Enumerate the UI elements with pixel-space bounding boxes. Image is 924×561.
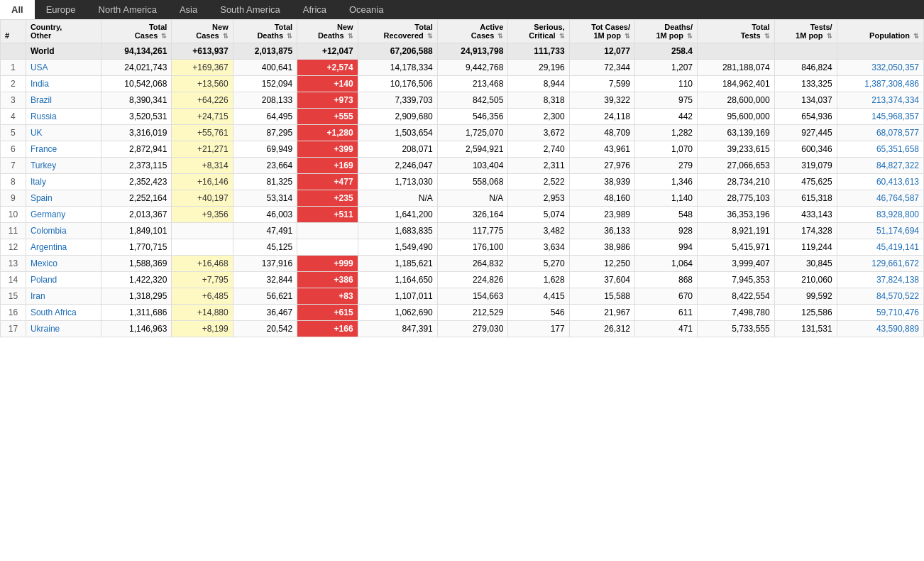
cell-7-9: 38,939 — [569, 174, 634, 190]
sort-icon: ⇅ — [913, 33, 919, 40]
cell-16-1: Ukraine — [26, 321, 101, 337]
country-link[interactable]: Turkey — [31, 160, 56, 170]
country-link[interactable]: Iran — [31, 291, 45, 301]
col-header-10[interactable]: Deaths/1M pop ⇅ — [635, 20, 698, 43]
tab-africa[interactable]: Africa — [292, 0, 338, 19]
cell-11-0: 12 — [1, 239, 26, 256]
cell-10-0: 11 — [1, 223, 26, 239]
cell-4-1: UK — [26, 125, 101, 141]
cell-4-3: +55,761 — [172, 125, 233, 141]
country-link[interactable]: Mexico — [31, 258, 57, 268]
cell-10-5 — [297, 223, 358, 239]
country-link[interactable]: Russia — [31, 111, 57, 121]
world-cell-2: 94,134,261 — [101, 43, 172, 60]
cell-10-2: 1,849,101 — [101, 223, 172, 239]
cell-12-13: 129,661,672 — [837, 256, 923, 272]
country-link[interactable]: Spain — [31, 193, 53, 203]
country-link[interactable]: France — [31, 144, 57, 154]
cell-3-7: 546,356 — [437, 109, 508, 125]
country-link[interactable]: UK — [31, 128, 43, 138]
col-header-9[interactable]: Tot Cases/1M pop ⇅ — [569, 20, 634, 43]
cell-8-7: N/A — [437, 190, 508, 207]
tab-all[interactable]: All — [0, 0, 35, 19]
cell-16-11: 5,733,555 — [698, 321, 775, 337]
cell-7-0: 8 — [1, 174, 26, 190]
col-header-7[interactable]: ActiveCases ⇅ — [437, 20, 508, 43]
cell-2-4: 208,133 — [233, 92, 297, 109]
cell-11-7: 176,100 — [437, 239, 508, 256]
cell-10-12: 174,328 — [774, 223, 837, 239]
cell-0-4: 400,641 — [233, 60, 297, 76]
cell-14-4: 56,621 — [233, 288, 297, 305]
table-row: 7Turkey2,373,115+8,31423,664+1692,246,04… — [1, 158, 924, 174]
country-link[interactable]: Germany — [31, 209, 65, 219]
cell-8-3: +40,197 — [172, 190, 233, 207]
cell-14-5: +83 — [297, 288, 358, 305]
cell-0-2: 24,021,743 — [101, 60, 172, 76]
cell-7-10: 1,346 — [635, 174, 698, 190]
cell-2-5: +973 — [297, 92, 358, 109]
cell-3-10: 442 — [635, 109, 698, 125]
cell-11-12: 119,244 — [774, 239, 837, 256]
cell-13-8: 1,628 — [508, 272, 569, 288]
col-header-13[interactable]: Population ⇅ — [837, 20, 923, 43]
col-header-0[interactable]: # — [1, 20, 26, 43]
cell-15-7: 212,529 — [437, 305, 508, 321]
world-cell-13 — [837, 43, 923, 60]
col-header-12[interactable]: Tests/1M pop ⇅ — [774, 20, 837, 43]
cell-12-7: 264,832 — [437, 256, 508, 272]
cell-11-1: Argentina — [26, 239, 101, 256]
country-link[interactable]: Argentina — [31, 242, 67, 252]
tab-north-america[interactable]: North America — [87, 0, 168, 19]
col-header-5[interactable]: NewDeaths ⇅ — [297, 20, 358, 43]
cell-7-12: 475,625 — [774, 174, 837, 190]
cell-4-13: 68,078,577 — [837, 125, 923, 141]
cell-12-0: 13 — [1, 256, 26, 272]
country-link[interactable]: South Africa — [31, 307, 77, 317]
col-header-8[interactable]: Serious,Critical ⇅ — [508, 20, 569, 43]
country-link[interactable]: Ukraine — [31, 324, 60, 334]
cell-5-11: 39,233,615 — [698, 141, 775, 158]
cell-4-6: 1,503,654 — [358, 125, 437, 141]
cell-2-6: 7,339,703 — [358, 92, 437, 109]
country-link[interactable]: Italy — [31, 177, 46, 187]
cell-6-13: 84,827,322 — [837, 158, 923, 174]
country-link[interactable]: India — [31, 79, 49, 89]
col-header-3[interactable]: NewCases ⇅ — [172, 20, 233, 43]
country-link[interactable]: Brazil — [31, 95, 52, 105]
cell-15-3: +14,880 — [172, 305, 233, 321]
table-row: 6France2,872,941+21,27169,949+399208,071… — [1, 141, 924, 158]
tab-europe[interactable]: Europe — [35, 0, 87, 19]
cell-14-8: 4,415 — [508, 288, 569, 305]
country-link[interactable]: Colombia — [31, 226, 67, 236]
country-link[interactable]: USA — [31, 62, 48, 72]
cell-10-9: 36,133 — [569, 223, 634, 239]
cell-4-4: 87,295 — [233, 125, 297, 141]
cell-11-8: 3,634 — [508, 239, 569, 256]
cell-5-10: 1,070 — [635, 141, 698, 158]
world-cell-1: World — [26, 43, 101, 60]
tab-south-america[interactable]: South America — [209, 0, 292, 19]
cell-14-0: 15 — [1, 288, 26, 305]
cell-15-1: South Africa — [26, 305, 101, 321]
cell-12-4: 137,916 — [233, 256, 297, 272]
cell-5-3: +21,271 — [172, 141, 233, 158]
country-link[interactable]: Poland — [31, 275, 57, 285]
cell-14-10: 670 — [635, 288, 698, 305]
cell-2-8: 8,318 — [508, 92, 569, 109]
col-header-4[interactable]: TotalDeaths ⇅ — [233, 20, 297, 43]
col-header-1[interactable]: Country,Other — [26, 20, 101, 43]
cell-9-3: +9,356 — [172, 207, 233, 223]
cell-15-8: 546 — [508, 305, 569, 321]
cell-2-12: 134,037 — [774, 92, 837, 109]
cell-7-13: 60,413,613 — [837, 174, 923, 190]
cell-16-12: 131,531 — [774, 321, 837, 337]
col-header-11[interactable]: TotalTests ⇅ — [698, 20, 775, 43]
col-header-6[interactable]: TotalRecovered ⇅ — [358, 20, 437, 43]
tab-oceania[interactable]: Oceania — [338, 0, 395, 19]
tab-asia[interactable]: Asia — [168, 0, 209, 19]
col-header-2[interactable]: TotalCases ⇅ — [101, 20, 172, 43]
cell-11-13: 45,419,141 — [837, 239, 923, 256]
cell-14-2: 1,318,295 — [101, 288, 172, 305]
cell-0-11: 281,188,074 — [698, 60, 775, 76]
